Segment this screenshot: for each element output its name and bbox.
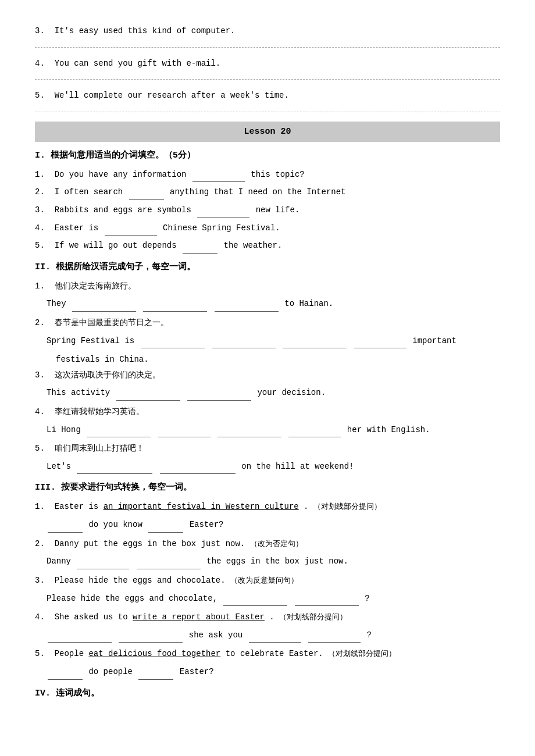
section-III-item-5-q: 5. People eat delicious food together to… xyxy=(35,646,500,662)
underlined-text-5: eat delicious food together xyxy=(88,649,220,658)
blank-II-5-2[interactable] xyxy=(160,465,236,474)
lesson-header: Lesson 20 xyxy=(35,122,500,142)
section-III-item-4-q: 4. She asked us to write a report about … xyxy=(35,609,500,625)
section-II-item-4-q: 4. 李红请我帮她学习英语。 xyxy=(35,404,500,420)
blank-II-2-4[interactable] xyxy=(354,339,406,348)
section-IV-title: IV. 连词成句。 xyxy=(35,686,500,701)
section-III: III. 按要求进行句式转换，每空一词。 1. Easter is an imp… xyxy=(35,480,500,679)
section-I: I. 根据句意用适当的介词填空。（5分） 1. Do you have any … xyxy=(35,148,500,254)
blank-III-1-1[interactable] xyxy=(48,523,83,533)
item-text: You can send you gift with e-mail. xyxy=(55,59,221,68)
item-number: 3. xyxy=(35,370,49,380)
blank-II-1-2[interactable] xyxy=(143,302,207,312)
top-item-4: 4. You can send you gift with e-mail. xyxy=(35,56,500,72)
section-III-item-3-a: Please hide the eggs and chocolate, ? xyxy=(47,591,500,607)
blank-II-1-3[interactable] xyxy=(215,302,279,312)
section-I-title: I. 根据句意用适当的介词填空。（5分） xyxy=(35,148,500,163)
blank-I-3[interactable] xyxy=(197,209,249,218)
section-II: II. 根据所给汉语完成句子，每空一词。 1. 他们决定去海南旅行。 They … xyxy=(35,259,500,475)
item-number: 5. xyxy=(35,649,49,658)
divider-5 xyxy=(35,112,500,112)
item-number: 2. xyxy=(35,318,49,327)
blank-III-4-2[interactable] xyxy=(119,633,183,643)
top-section: 3. It's easy used this kind of computer.… xyxy=(35,23,500,112)
blank-II-3-2[interactable] xyxy=(187,391,251,401)
top-item-5: 5. We'll complete our research after a w… xyxy=(35,88,500,104)
section-II-item-3-a: This activity your decision. xyxy=(47,385,500,401)
section-II-item-2-a: Spring Festival is important xyxy=(47,333,500,349)
blank-III-2-1[interactable] xyxy=(77,560,129,569)
blank-III-2-2[interactable] xyxy=(137,560,201,569)
blank-II-5-1[interactable] xyxy=(77,465,152,474)
section-III-item-2-a: Danny the eggs in the box just now. xyxy=(47,554,500,569)
blank-III-5-2[interactable] xyxy=(138,671,173,680)
section-III-item-5-a: do people Easter? xyxy=(47,664,500,680)
item-number: 2. xyxy=(35,187,49,197)
item-number: 4. xyxy=(35,59,49,68)
section-I-item-3: 3. Rabbits and eggs are symbols new life… xyxy=(35,202,500,218)
item-number: 4. xyxy=(35,223,49,233)
divider-4 xyxy=(35,79,500,80)
item-number: 1. xyxy=(35,502,49,511)
section-II-title: II. 根据所给汉语完成句子，每空一词。 xyxy=(35,259,500,275)
section-III-item-2-q: 2. Danny put the eggs in the box just no… xyxy=(35,536,500,552)
underlined-text-4: write a report about Easter xyxy=(133,612,265,622)
section-I-item-5: 5. If we will go out depends the weather… xyxy=(35,238,500,254)
blank-III-4-1[interactable] xyxy=(48,633,112,643)
section-III-item-3-q: 3. Please hide the eggs and chocolate. （… xyxy=(35,573,500,589)
blank-II-4-2[interactable] xyxy=(158,428,211,437)
blank-II-4-1[interactable] xyxy=(87,428,151,437)
item-number: 3. xyxy=(35,205,49,215)
section-I-item-2: 2. I often search anything that I need o… xyxy=(35,184,500,200)
item-number: 3. xyxy=(35,26,49,35)
item-number: 5. xyxy=(35,91,49,100)
section-II-item-4-a: Li Hong her with English. xyxy=(47,422,500,438)
blank-III-4-4[interactable] xyxy=(308,633,361,643)
blank-II-1-1[interactable] xyxy=(72,302,136,312)
underlined-text-1: an important festival in Western culture xyxy=(104,502,299,511)
section-II-item-1-a: They to Hainan. xyxy=(47,296,500,312)
blank-III-3-2[interactable] xyxy=(295,597,359,606)
divider-3 xyxy=(35,47,500,48)
blank-III-3-1[interactable] xyxy=(223,597,287,606)
top-item-3: 3. It's easy used this kind of computer. xyxy=(35,23,500,39)
lesson-title: Lesson 20 xyxy=(244,127,291,137)
section-II-item-2-q: 2. 春节是中国最重要的节日之一。 xyxy=(35,315,500,331)
blank-II-2-3[interactable] xyxy=(283,339,347,348)
section-III-item-4-a: she ask you ? xyxy=(47,627,500,643)
section-I-item-1: 1. Do you have any information this topi… xyxy=(35,167,500,183)
item-number: 5. xyxy=(35,444,49,453)
section-II-item-5-a: Let's on the hill at weekend! xyxy=(47,459,500,475)
item-text: We'll complete our research after a week… xyxy=(55,91,289,100)
item-number: 4. xyxy=(35,612,49,622)
blank-I-4[interactable] xyxy=(105,226,157,236)
blank-II-2-1[interactable] xyxy=(141,339,205,348)
item-number: 3. xyxy=(35,576,49,585)
section-II-item-5-q: 5. 咱们周末到山上打猎吧！ xyxy=(35,441,500,457)
item-number: 1. xyxy=(35,281,49,291)
section-III-item-1-q: 1. Easter is an important festival in We… xyxy=(35,499,500,515)
blank-II-2-2[interactable] xyxy=(212,339,276,348)
item-number: 4. xyxy=(35,407,49,416)
blank-I-5[interactable] xyxy=(183,244,217,254)
item-text: It's easy used this kind of computer. xyxy=(55,26,236,35)
section-I-item-4: 4. Easter is Chinese Spring Festival. xyxy=(35,220,500,236)
blank-III-1-2[interactable] xyxy=(148,523,183,533)
item-number: 2. xyxy=(35,539,49,548)
section-III-title: III. 按要求进行句式转换，每空一词。 xyxy=(35,480,500,495)
blank-II-4-3[interactable] xyxy=(217,428,281,437)
item-number: 5. xyxy=(35,241,49,250)
section-III-item-1-a: do you know Easter? xyxy=(47,517,500,533)
blank-I-2[interactable] xyxy=(129,191,164,200)
item-number: 1. xyxy=(35,170,49,179)
blank-III-5-1[interactable] xyxy=(48,671,83,680)
blank-II-3-1[interactable] xyxy=(116,391,180,401)
blank-III-4-3[interactable] xyxy=(249,633,301,643)
blank-I-1[interactable] xyxy=(192,173,245,182)
blank-II-4-4[interactable] xyxy=(288,428,341,437)
section-IV: IV. 连词成句。 xyxy=(35,686,500,701)
section-II-item-3-q: 3. 这次活动取决于你们的决定。 xyxy=(35,368,500,383)
section-II-item-1-q: 1. 他们决定去海南旅行。 xyxy=(35,279,500,294)
section-II-item-2-cont: festivals in China. xyxy=(56,352,500,368)
